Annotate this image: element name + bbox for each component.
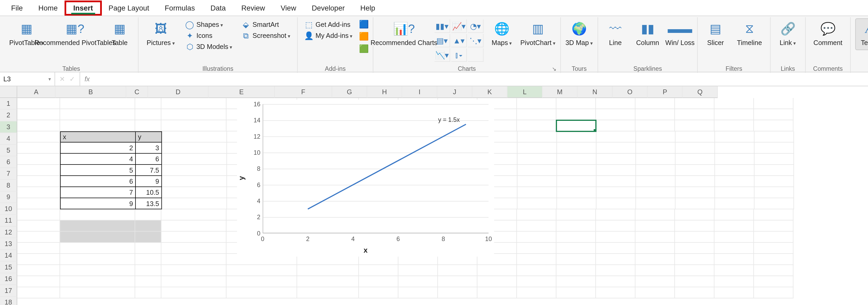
row-header-3[interactable]: 3 <box>0 121 18 133</box>
tab-data[interactable]: Data <box>203 1 234 14</box>
column-header-G[interactable]: G <box>332 86 367 98</box>
cell-N11[interactable] <box>636 209 675 220</box>
cell-Q8[interactable] <box>754 176 794 187</box>
row-header-4[interactable]: 4 <box>0 133 18 145</box>
cell-L12[interactable] <box>556 220 596 232</box>
cell-P17[interactable] <box>714 276 754 287</box>
tab-page-layout[interactable]: Page Layout <box>101 1 157 14</box>
cell-B17[interactable] <box>60 276 135 287</box>
embedded-chart[interactable]: y x 0246810121416 0246810 y = 1.5x <box>237 100 494 257</box>
column-header-J[interactable]: J <box>437 86 472 98</box>
recommended-charts-button[interactable]: 📊? Recommended Charts <box>378 19 430 50</box>
column-header-P[interactable]: P <box>648 86 683 98</box>
cell-P5[interactable] <box>715 143 754 154</box>
cell-P14[interactable] <box>714 243 754 254</box>
cell-O9[interactable] <box>676 187 715 198</box>
cell-C18[interactable] <box>135 287 161 298</box>
cell-K14[interactable] <box>517 243 556 254</box>
cell-P12[interactable] <box>714 220 754 232</box>
formula-input[interactable] <box>94 72 868 86</box>
cell-A13[interactable] <box>18 232 60 243</box>
row-header-18[interactable]: 18 <box>0 297 18 305</box>
cell-A8[interactable] <box>18 176 60 187</box>
icons-button[interactable]: ✦Icons <box>183 31 235 40</box>
cell-M10[interactable] <box>596 198 636 209</box>
row-header-1[interactable]: 1 <box>0 98 18 110</box>
cell-L18[interactable] <box>556 287 596 298</box>
cell-C13[interactable] <box>135 232 161 243</box>
cell-M13[interactable] <box>596 232 636 243</box>
cell-B15[interactable] <box>60 254 135 265</box>
cell-Q18[interactable] <box>754 287 793 298</box>
bar-chart-button[interactable]: ▤▾ <box>435 34 450 48</box>
cell-N2[interactable] <box>636 109 675 120</box>
cell-Q16[interactable] <box>754 265 793 276</box>
column-header-O[interactable]: O <box>613 86 648 98</box>
column-header-M[interactable]: M <box>542 86 578 98</box>
cell-B1[interactable] <box>60 98 135 109</box>
cell-P15[interactable] <box>714 254 754 265</box>
cell-A18[interactable] <box>18 287 60 298</box>
cell-F17[interactable] <box>297 276 359 287</box>
cell-J18[interactable] <box>477 287 517 298</box>
cell-F16[interactable] <box>297 265 359 276</box>
cell-D6[interactable] <box>162 154 227 165</box>
smartart-button[interactable]: ⬙SmartArt <box>239 20 293 29</box>
cell-P18[interactable] <box>714 287 754 298</box>
cell-C8[interactable]: 9 <box>136 176 162 187</box>
cell-B10[interactable]: 9 <box>60 198 136 209</box>
cell-C10[interactable]: 13.5 <box>136 198 162 209</box>
cell-P4[interactable] <box>715 131 754 142</box>
cell-A9[interactable] <box>18 187 60 198</box>
cell-M18[interactable] <box>596 287 636 298</box>
cell-B5[interactable]: 2 <box>60 143 136 154</box>
cell-P3[interactable] <box>714 120 754 131</box>
cell-C14[interactable] <box>135 243 161 254</box>
cell-O12[interactable] <box>675 220 714 232</box>
row-header-11[interactable]: 11 <box>0 215 18 226</box>
cell-O4[interactable] <box>676 131 715 142</box>
cell-K13[interactable] <box>517 232 556 243</box>
cell-K7[interactable] <box>517 165 557 176</box>
cell-N7[interactable] <box>636 165 676 176</box>
row-header-17[interactable]: 17 <box>0 285 18 297</box>
column-header-A[interactable]: A <box>18 86 56 98</box>
cell-D16[interactable] <box>161 265 226 276</box>
cell-L13[interactable] <box>556 232 596 243</box>
cell-L7[interactable] <box>557 165 596 176</box>
cell-P8[interactable] <box>715 176 754 187</box>
cell-L1[interactable] <box>556 98 596 109</box>
cell-L4[interactable] <box>557 131 596 142</box>
stock-chart-button[interactable]: 📉▾ <box>435 49 450 62</box>
cell-D11[interactable] <box>161 209 226 220</box>
cell-G17[interactable] <box>359 276 398 287</box>
enter-formula-icon[interactable]: ✓ <box>69 75 75 83</box>
tab-file[interactable]: File <box>3 1 31 14</box>
cell-L3[interactable] <box>556 120 596 131</box>
cell-A14[interactable] <box>18 243 60 254</box>
charts-dialog-launcher[interactable]: ↘ <box>550 66 558 72</box>
cell-D1[interactable] <box>161 98 226 109</box>
row-header-10[interactable]: 10 <box>0 203 18 215</box>
cell-K17[interactable] <box>517 276 556 287</box>
cell-C5[interactable]: 3 <box>136 143 162 154</box>
cell-I18[interactable] <box>438 287 477 298</box>
cell-B11[interactable] <box>60 209 135 220</box>
cell-B3[interactable] <box>60 120 135 131</box>
cell-A16[interactable] <box>18 265 60 276</box>
cell-A11[interactable] <box>18 209 60 220</box>
cell-K6[interactable] <box>517 154 557 165</box>
cell-M14[interactable] <box>596 243 636 254</box>
cell-H16[interactable] <box>399 265 438 276</box>
cell-L10[interactable] <box>557 198 596 209</box>
tab-view[interactable]: View <box>273 1 304 14</box>
cell-C6[interactable]: 6 <box>136 154 162 165</box>
row-header-15[interactable]: 15 <box>0 262 18 273</box>
cell-M4[interactable] <box>596 131 636 142</box>
cell-C4[interactable]: y <box>136 131 162 142</box>
tab-help[interactable]: Help <box>352 1 383 14</box>
scatter-chart-button[interactable]: ⋱▾ <box>468 34 484 48</box>
row-header-8[interactable]: 8 <box>0 180 18 191</box>
column-header-E[interactable]: E <box>209 86 275 98</box>
cell-Q3[interactable] <box>754 120 793 131</box>
